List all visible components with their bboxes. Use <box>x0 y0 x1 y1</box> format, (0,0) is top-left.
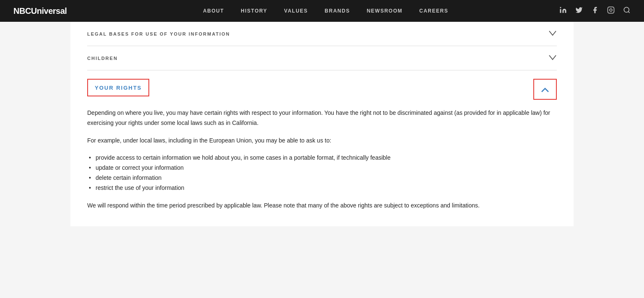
children-title: CHILDREN <box>87 56 118 61</box>
main-nav: NBCUniversal ABOUT HISTORY VALUES BRANDS… <box>0 0 644 22</box>
bullet-item-1: provide access to certain information we… <box>87 153 557 163</box>
your-rights-header: YOUR RIGHTS <box>87 79 557 100</box>
children-section: CHILDREN <box>87 46 557 70</box>
bullet-item-3: delete certain information <box>87 173 557 183</box>
your-rights-bullet-list: provide access to certain information we… <box>87 153 557 193</box>
children-chevron-down-icon <box>548 54 557 62</box>
nav-social-icons <box>559 6 631 16</box>
search-icon[interactable] <box>623 6 631 16</box>
legal-bases-section: LEGAL BASES FOR USE OF YOUR INFORMATION <box>87 22 557 46</box>
twitter-icon[interactable] <box>575 6 583 16</box>
nav-newsroom[interactable]: NEWSROOM <box>367 8 402 14</box>
legal-bases-chevron-down-icon <box>548 30 557 37</box>
your-rights-title-box[interactable]: YOUR RIGHTS <box>87 79 149 96</box>
facebook-icon[interactable] <box>591 6 599 16</box>
chevron-up-icon <box>541 87 549 92</box>
nav-values[interactable]: VALUES <box>284 8 308 14</box>
svg-rect-2 <box>608 7 614 13</box>
svg-line-5 <box>628 11 629 13</box>
children-header[interactable]: CHILDREN <box>87 54 557 62</box>
your-rights-paragraph1: Depending on where you live, you may hav… <box>87 108 557 128</box>
svg-point-1 <box>560 7 561 8</box>
legal-bases-title: LEGAL BASES FOR USE OF YOUR INFORMATION <box>87 31 230 36</box>
nav-links: ABOUT HISTORY VALUES BRANDS NEWSROOM CAR… <box>92 8 559 14</box>
svg-point-4 <box>624 7 629 12</box>
nav-careers[interactable]: CAREERS <box>419 8 448 14</box>
main-content: LEGAL BASES FOR USE OF YOUR INFORMATION … <box>70 22 574 226</box>
nav-history[interactable]: HISTORY <box>241 8 267 14</box>
your-rights-chevron-up-box[interactable] <box>533 79 557 100</box>
instagram-icon[interactable] <box>607 6 615 16</box>
your-rights-paragraph2: For example, under local laws, including… <box>87 136 557 146</box>
bullet-item-2: update or correct your information <box>87 163 557 173</box>
legal-bases-header[interactable]: LEGAL BASES FOR USE OF YOUR INFORMATION <box>87 30 557 37</box>
your-rights-paragraph3: We will respond within the time period p… <box>87 201 557 211</box>
bullet-item-4: restrict the use of your information <box>87 183 557 193</box>
svg-rect-0 <box>560 9 561 13</box>
your-rights-title: YOUR RIGHTS <box>95 85 142 91</box>
site-logo[interactable]: NBCUniversal <box>13 6 67 16</box>
your-rights-section: YOUR RIGHTS Depending on where you live,… <box>87 70 557 226</box>
nav-about[interactable]: ABOUT <box>203 8 224 14</box>
nav-brands[interactable]: BRANDS <box>325 8 350 14</box>
linkedin-icon[interactable] <box>559 6 567 16</box>
